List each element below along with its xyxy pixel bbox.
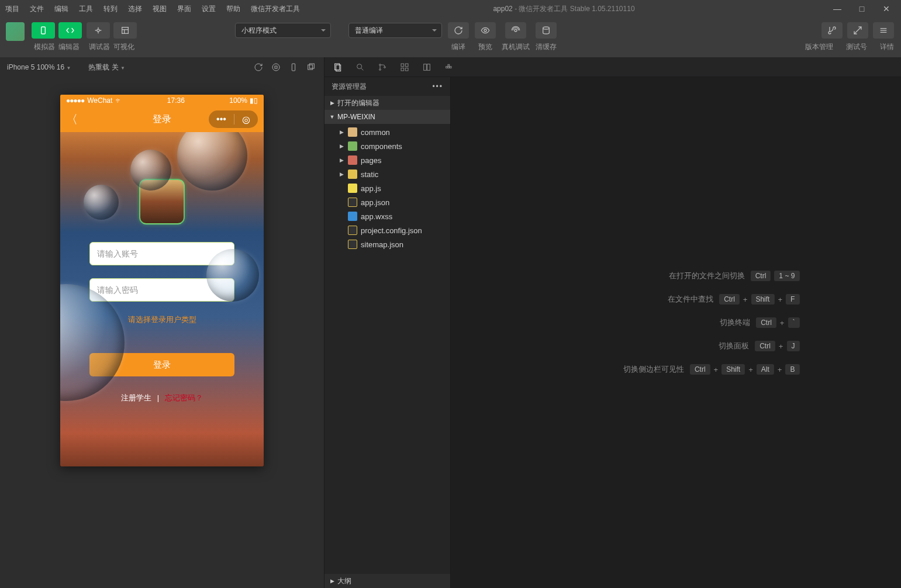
svg-point-6 — [515, 29, 517, 32]
shortcuts-hint: 在打开的文件之间切换Ctrl1 ~ 9 在文件中查找Ctrl+Shift+F 切… — [579, 264, 800, 381]
version-label: 版本管理 — [805, 42, 833, 52]
svg-rect-27 — [424, 64, 427, 70]
editor-button[interactable] — [58, 22, 82, 39]
folder-common[interactable]: ▶common — [325, 125, 450, 139]
svg-rect-25 — [401, 68, 404, 71]
hot-reload-select[interactable]: 热重载 关 ▼ — [88, 63, 125, 72]
remote-label: 真机调试 — [502, 42, 530, 52]
activity-bar — [325, 57, 901, 77]
wifi-icon: ᯤ — [115, 96, 122, 105]
test-account-button[interactable] — [847, 22, 868, 39]
menu-devtools[interactable]: 微信开发者工具 — [246, 0, 305, 18]
capsule-menu-icon[interactable]: ••• — [216, 114, 226, 124]
mode-select[interactable]: 小程序模式 — [235, 23, 331, 38]
explorer-title: 资源管理器 — [332, 82, 367, 92]
refresh-icon[interactable] — [253, 61, 264, 73]
titlebar: 项目 文件 编辑 工具 转到 选择 视图 界面 设置 帮助 微信开发者工具 ap… — [0, 0, 901, 18]
file-app-wxss[interactable]: app.wxss — [325, 209, 450, 223]
file-project-config[interactable]: project.config.json — [325, 223, 450, 237]
menu-select[interactable]: 选择 — [123, 0, 147, 18]
menu-project[interactable]: 项目 — [0, 0, 25, 18]
menu-settings[interactable]: 设置 — [196, 0, 221, 18]
clear-cache-button[interactable] — [536, 22, 557, 39]
svg-rect-28 — [427, 64, 430, 70]
version-button[interactable] — [821, 22, 843, 39]
capsule[interactable]: •••◎ — [209, 110, 258, 128]
avatar[interactable] — [6, 22, 25, 41]
explorer-icon[interactable] — [333, 62, 343, 72]
layers-icon[interactable] — [422, 62, 432, 72]
menu-edit[interactable]: 编辑 — [49, 0, 74, 18]
menu-tools[interactable]: 工具 — [74, 0, 98, 18]
debugger-button[interactable] — [87, 22, 110, 39]
folder-components[interactable]: ▶components — [325, 139, 450, 153]
svg-rect-14 — [308, 65, 313, 70]
more-icon[interactable]: ••• — [432, 82, 443, 91]
file-tree: ▶common ▶components ▶pages ▶static app.j… — [325, 124, 450, 253]
multi-window-icon[interactable] — [305, 61, 317, 73]
forgot-link[interactable]: 忘记密码？ — [165, 393, 203, 402]
status-bar: ●●●●●WeChatᯤ 17:36 100%▮▯ — [60, 95, 264, 106]
svg-rect-23 — [401, 64, 404, 67]
editor-main: 在打开的文件之间切换Ctrl1 ~ 9 在文件中查找Ctrl+Shift+F 切… — [451, 77, 901, 588]
editor-label: 编辑器 — [58, 43, 80, 51]
svg-rect-0 — [42, 27, 46, 34]
close-icon[interactable]: ✕ — [882, 4, 890, 13]
extensions-icon[interactable] — [399, 62, 410, 72]
register-link[interactable]: 注册学生 — [121, 393, 151, 402]
device-select[interactable]: iPhone 5 100% 16 ▼ — [7, 63, 71, 71]
menu-help[interactable]: 帮助 — [221, 0, 246, 18]
svg-line-19 — [361, 68, 363, 70]
menu-file[interactable]: 文件 — [25, 0, 49, 18]
battery-icon: ▮▯ — [250, 96, 258, 105]
folder-static[interactable]: ▶static — [325, 167, 450, 181]
svg-point-1 — [97, 29, 99, 32]
svg-point-20 — [379, 64, 381, 65]
menu-interface[interactable]: 界面 — [172, 0, 196, 18]
file-app-json[interactable]: app.json — [325, 195, 450, 209]
svg-point-18 — [357, 64, 362, 68]
svg-rect-30 — [448, 66, 450, 68]
svg-rect-15 — [309, 64, 314, 68]
compile-button[interactable] — [448, 22, 469, 39]
detail-label: 详情 — [880, 42, 894, 52]
test-label: 测试号 — [846, 42, 867, 52]
docker-icon[interactable] — [444, 62, 454, 72]
visual-button[interactable] — [113, 22, 137, 39]
svg-point-7 — [543, 27, 550, 29]
details-button[interactable] — [873, 22, 894, 39]
preview-label: 预览 — [478, 42, 492, 52]
svg-rect-26 — [405, 68, 408, 71]
svg-point-21 — [379, 68, 381, 70]
svg-point-5 — [484, 29, 486, 32]
simulator-label: 模拟器 — [34, 43, 55, 51]
file-app-js[interactable]: app.js — [325, 181, 450, 195]
git-icon[interactable] — [377, 62, 388, 72]
time-label: 17:36 — [122, 96, 229, 105]
svg-rect-24 — [405, 64, 408, 67]
simulator-button[interactable] — [32, 22, 55, 39]
remote-debug-button[interactable] — [505, 22, 526, 39]
maximize-icon[interactable]: □ — [858, 4, 866, 13]
project-section[interactable]: ▼MP-WEIXIN — [325, 110, 450, 124]
outline-section[interactable]: ▶大纲 — [325, 574, 450, 588]
preview-button[interactable] — [475, 22, 496, 39]
minimize-icon[interactable]: — — [833, 4, 841, 13]
svg-point-11 — [272, 64, 279, 71]
menu-goto[interactable]: 转到 — [98, 0, 123, 18]
stop-icon[interactable] — [270, 61, 282, 73]
file-sitemap[interactable]: sitemap.json — [325, 237, 450, 251]
debugger-label: 调试器 — [89, 43, 110, 51]
device-icon[interactable] — [288, 61, 299, 73]
search-icon[interactable] — [355, 62, 365, 72]
capsule-close-icon[interactable]: ◎ — [242, 114, 250, 125]
svg-rect-29 — [446, 66, 448, 68]
svg-rect-13 — [292, 64, 295, 71]
compile-select[interactable]: 普通编译 — [348, 23, 442, 38]
signal-icon: ●●●●● — [66, 96, 84, 105]
battery-label: 100% — [229, 96, 247, 105]
menu-view[interactable]: 视图 — [147, 0, 172, 18]
open-editors-section[interactable]: ▶打开的编辑器 — [325, 96, 450, 110]
folder-pages[interactable]: ▶pages — [325, 153, 450, 167]
editor-pane: 资源管理器••• ▶打开的编辑器 ▼MP-WEIXIN ▶common ▶com… — [325, 57, 901, 588]
